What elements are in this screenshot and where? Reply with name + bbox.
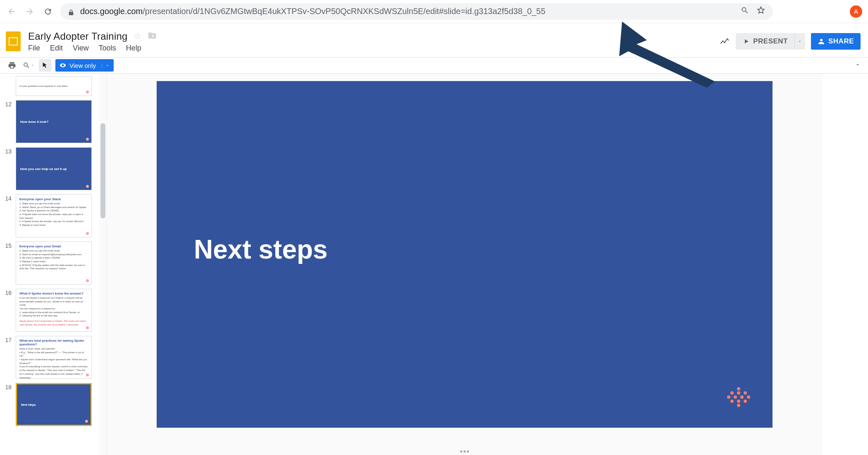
svg-point-5 [734,395,737,399]
menu-view[interactable]: View [73,44,89,53]
zoom-tool[interactable] [22,59,35,72]
slide-thumbnail[interactable]: Next steps [16,383,92,426]
svg-point-7 [747,395,750,399]
lock-icon [68,8,74,15]
filmstrip-scrollbar[interactable] [99,74,107,455]
thumb-group[interactable]: 13How you can help us set it up [4,147,94,190]
reload-button[interactable] [42,6,54,17]
address-bar[interactable]: docs.google.com/presentation/d/1NGv6ZMGt… [60,3,773,20]
svg-point-8 [730,400,734,403]
present-button[interactable]: PRESENT [736,33,794,50]
thumb-group[interactable]: 15Everyone open your Email1. Make sure y… [4,242,94,285]
menu-tools[interactable]: Tools [99,44,116,53]
thumb-dot-icon [86,232,89,235]
svg-point-11 [737,404,740,407]
thumb-dot-icon [86,326,89,329]
star-document-icon[interactable]: ☆ [134,31,142,42]
thumb-group[interactable]: of your questions and requests in one pl… [4,76,94,96]
activity-icon[interactable] [719,36,730,47]
workspace: of your questions and requests in one pl… [0,74,868,455]
thumb-dot-icon [85,420,88,423]
menu-bar: File Edit View Tools Help [28,44,157,53]
thumb-group[interactable]: 17What are best practices for asking Spo… [4,336,94,379]
share-button[interactable]: SHARE [811,33,861,50]
pane-resizer[interactable] [460,450,469,453]
back-button[interactable] [6,6,17,17]
slide-thumbnail[interactable]: Everyone open your Slack1. Make sure you… [16,194,92,237]
svg-point-1 [730,391,734,395]
toolbar: View only [0,57,868,74]
svg-point-3 [744,391,747,395]
select-tool[interactable] [39,59,51,72]
slide-title: Next steps [194,234,328,265]
browser-bar: docs.google.com/presentation/d/1NGv6ZMGt… [0,0,868,23]
thumb-dot-icon [86,91,89,93]
menu-file[interactable]: File [28,44,40,53]
view-only-button[interactable]: View only [55,59,114,72]
slide-thumbnail[interactable]: Everyone open your Email1. Make sure you… [16,242,92,285]
slide-thumbnail[interactable]: How does it look? [16,100,92,143]
thumb-number: 14 [4,194,12,237]
thumb-group[interactable]: 14Everyone open your Slack1. Make sure y… [4,194,94,237]
thumb-number: 15 [4,242,12,285]
thumb-number: 12 [4,100,12,143]
app-header: Early Adopter Training ☆ File Edit View … [0,23,868,57]
menu-edit[interactable]: Edit [50,44,63,53]
present-dropdown[interactable] [794,33,805,50]
forward-button[interactable] [24,6,36,17]
thumb-number: 13 [4,147,12,190]
menu-help[interactable]: Help [126,44,141,53]
svg-point-10 [744,400,747,403]
thumb-number: 16 [4,289,12,332]
filmstrip[interactable]: of your questions and requests in one pl… [0,74,99,455]
thumb-dot-icon [86,138,89,141]
thumb-group[interactable]: 18Next steps [4,383,94,426]
slide-thumbnail[interactable]: What if Spoke doesn't know the answer?If… [16,289,92,332]
profile-avatar[interactable]: A [850,5,862,18]
thumb-group[interactable]: 12How does it look? [4,100,94,143]
star-icon[interactable] [756,6,765,17]
move-icon[interactable] [148,31,157,42]
url-text: docs.google.com/presentation/d/1NGv6ZMGt… [80,7,735,16]
slide-thumbnail[interactable]: of your questions and requests in one pl… [16,76,92,96]
thumb-number [4,76,12,96]
thumb-number: 17 [4,336,12,379]
slides-logo-icon[interactable] [6,31,21,51]
svg-point-4 [727,395,730,399]
scrollbar-thumb[interactable] [100,123,105,218]
slide-thumbnail[interactable]: How you can help us set it up [16,147,92,190]
right-gutter [823,74,868,455]
zoom-icon[interactable] [741,6,749,17]
document-title[interactable]: Early Adopter Training [28,31,128,42]
thumb-dot-icon [86,374,89,376]
thumb-number: 18 [4,383,12,426]
logo-dots-icon [726,386,751,407]
thumb-dot-icon [86,185,89,188]
svg-point-0 [737,387,740,390]
svg-point-6 [740,395,744,399]
slide-canvas[interactable]: Next steps [157,81,773,428]
thumb-dot-icon [86,279,89,282]
slide-thumbnail[interactable]: What are best practices for asking Spoke… [16,336,92,379]
thumb-group[interactable]: 16What if Spoke doesn't know the answer?… [4,289,94,332]
svg-point-9 [737,400,740,403]
print-button[interactable] [6,59,18,72]
canvas-area[interactable]: Next steps [107,74,823,455]
collapse-toolbar-icon[interactable] [855,62,861,69]
svg-point-2 [737,391,740,395]
